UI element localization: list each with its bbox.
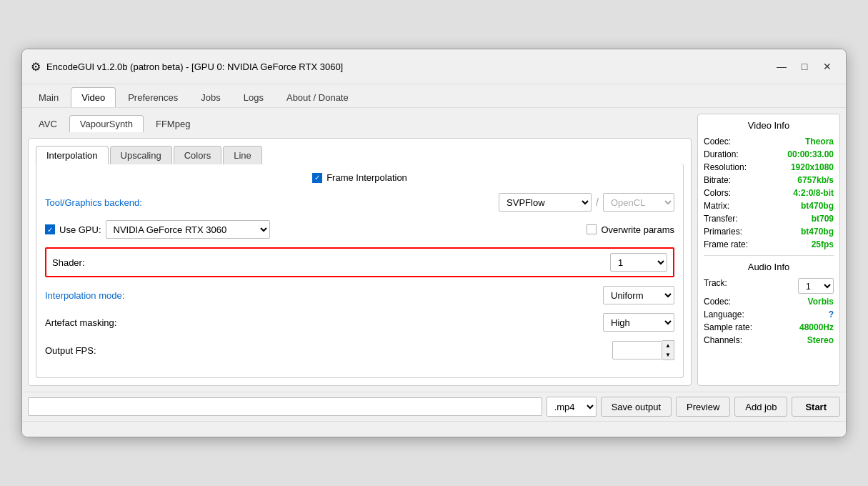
primaries-value: bt470bg	[801, 227, 834, 237]
separator: /	[596, 197, 599, 208]
save-output-button[interactable]: Save output	[601, 397, 672, 417]
video-info-resolution: Resolution: 1920x1080	[704, 162, 834, 172]
audio-channels-label: Channels:	[704, 335, 742, 345]
preview-button[interactable]: Preview	[676, 397, 730, 417]
inner-tab-colors[interactable]: Colors	[174, 146, 222, 164]
use-gpu-label: Use GPU:	[59, 224, 101, 235]
subtab-ffmpeg[interactable]: FFMpeg	[145, 115, 201, 132]
sub-tabs: AVC VapourSynth FFMpeg	[28, 114, 692, 134]
frame-interpolation-checkbox[interactable]: ✓	[312, 173, 322, 183]
duration-label: Duration:	[704, 149, 739, 159]
output-fps-label: Output FPS:	[45, 345, 612, 356]
resolution-value: 1920x1080	[791, 162, 834, 172]
main-window: ⚙ EncodeGUI v1.2.0b (patron beta) - [GPU…	[21, 49, 847, 437]
interpolation-mode-row: Interpolation mode: Uniform	[45, 286, 674, 304]
start-button[interactable]: Start	[792, 397, 840, 417]
transfer-label: Transfer:	[704, 214, 738, 224]
output-fps-spinner: 60.000 ▲ ▼	[612, 340, 674, 360]
artefact-masking-select[interactable]: High	[603, 313, 674, 332]
shader-row: Shader: 1	[45, 247, 674, 277]
minimize-button[interactable]: —	[772, 56, 792, 76]
tab-video[interactable]: Video	[71, 87, 116, 107]
inner-tab-interpolation[interactable]: Interpolation	[36, 146, 109, 164]
audio-track-row: Track: 1	[704, 278, 834, 294]
audio-info-title: Audio Info	[704, 262, 834, 272]
gpu-select[interactable]: NVIDIA GeForce RTX 3060	[106, 220, 270, 239]
backend-select[interactable]: OpenCL	[603, 193, 674, 212]
right-panel: Video Info Codec: Theora Duration: 00:00…	[697, 114, 840, 386]
tab-jobs[interactable]: Jobs	[190, 87, 231, 107]
main-content-box: Interpolation Upscaling Colors Line ✓ Fr…	[28, 138, 692, 386]
framerate-value: 25fps	[812, 239, 834, 249]
overwrite-label: Overwrite params	[601, 224, 674, 235]
status-bar	[22, 421, 846, 437]
video-info-framerate: Frame rate: 25fps	[704, 239, 834, 249]
info-divider	[704, 255, 834, 256]
bitrate-label: Bitrate:	[704, 175, 731, 185]
titlebar-left: ⚙ EncodeGUI v1.2.0b (patron beta) - [GPU…	[31, 60, 343, 74]
interpolation-mode-label: Interpolation mode:	[45, 290, 603, 301]
subtab-vapoursynth[interactable]: VapourSynth	[69, 115, 144, 132]
close-button[interactable]: ✕	[817, 56, 837, 76]
inner-tab-upscaling[interactable]: Upscaling	[110, 146, 172, 164]
overwrite-params-control: Overwrite params	[587, 224, 674, 235]
video-info-duration: Duration: 00:00:33.00	[704, 149, 834, 159]
tab-main[interactable]: Main	[28, 87, 69, 107]
app-icon: ⚙	[31, 60, 41, 74]
inner-tabs: Interpolation Upscaling Colors Line	[36, 146, 684, 164]
left-panel: AVC VapourSynth FFMpeg Interpolation Ups…	[28, 114, 692, 386]
tool-graphics-row: Tool/Graphics backend: SVPFlow / OpenCL	[45, 193, 674, 212]
audio-info-channels: Channels: Stereo	[704, 335, 834, 345]
framerate-label: Frame rate:	[704, 239, 748, 249]
tool-select[interactable]: SVPFlow	[499, 193, 592, 212]
spinner-buttons: ▲ ▼	[662, 340, 674, 360]
artefact-masking-row: Artefact masking: High	[45, 313, 674, 332]
colors-label: Colors:	[704, 188, 731, 198]
video-info-bitrate: Bitrate: 6757kb/s	[704, 175, 834, 185]
frame-interpolation-label: Frame Interpolation	[326, 172, 407, 183]
codec-value: Theora	[805, 137, 834, 147]
audio-codec-label: Codec:	[704, 297, 731, 307]
maximize-button[interactable]: □	[794, 56, 814, 76]
format-select[interactable]: .mp4	[547, 397, 597, 417]
use-gpu-row: ✓ Use GPU: NVIDIA GeForce RTX 3060 Overw…	[45, 220, 674, 239]
tab-about-donate[interactable]: About / Donate	[276, 87, 359, 107]
overwrite-checkbox[interactable]	[587, 224, 597, 234]
artefact-masking-label: Artefact masking:	[45, 317, 603, 328]
bitrate-value: 6757kb/s	[797, 175, 834, 185]
audio-channels-value: Stereo	[807, 335, 834, 345]
output-fps-input[interactable]: 60.000	[612, 341, 662, 359]
subtab-avc[interactable]: AVC	[28, 115, 68, 132]
inner-content: ✓ Frame Interpolation Tool/Graphics back…	[36, 164, 684, 378]
duration-value: 00:00:33.00	[787, 149, 834, 159]
spinner-down-button[interactable]: ▼	[662, 350, 674, 359]
audio-language-label: Language:	[704, 309, 744, 319]
tab-logs[interactable]: Logs	[233, 87, 274, 107]
use-gpu-checkbox[interactable]: ✓	[45, 224, 55, 234]
video-info-codec: Codec: Theora	[704, 137, 834, 147]
tab-preferences[interactable]: Preferences	[117, 87, 189, 107]
shader-label: Shader:	[52, 257, 610, 268]
frame-interpolation-header: ✓ Frame Interpolation	[45, 172, 674, 183]
titlebar-controls: — □ ✕	[772, 56, 837, 76]
output-path-input[interactable]	[28, 397, 542, 416]
window-title: EncodeGUI v1.2.0b (patron beta) - [GPU 0…	[46, 61, 343, 72]
matrix-value: bt470bg	[801, 201, 834, 211]
audio-samplerate-value: 48000Hz	[799, 322, 834, 332]
bottom-bar: .mp4 Save output Preview Add job Start	[22, 392, 846, 421]
spinner-up-button[interactable]: ▲	[662, 341, 674, 350]
inner-tab-line[interactable]: Line	[223, 146, 262, 164]
colors-value: 4:2:0/8-bit	[793, 188, 834, 198]
matrix-label: Matrix:	[704, 201, 729, 211]
shader-select[interactable]: 1	[610, 253, 667, 272]
audio-track-select[interactable]: 1	[798, 278, 834, 294]
resolution-label: Resolution:	[704, 162, 747, 172]
interpolation-mode-select[interactable]: Uniform	[603, 286, 674, 304]
video-info-primaries: Primaries: bt470bg	[704, 227, 834, 237]
use-gpu-left: ✓ Use GPU: NVIDIA GeForce RTX 3060	[45, 220, 587, 239]
primaries-label: Primaries:	[704, 227, 742, 237]
add-job-button[interactable]: Add job	[734, 397, 787, 417]
menubar: Main Video Preferences Jobs Logs About /…	[22, 84, 846, 108]
tool-graphics-control: SVPFlow / OpenCL	[499, 193, 674, 212]
audio-info-language: Language: ?	[704, 309, 834, 319]
